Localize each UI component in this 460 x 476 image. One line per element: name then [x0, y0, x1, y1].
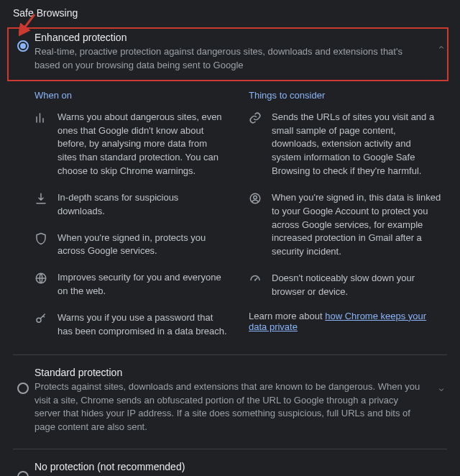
chevron-down-icon[interactable] — [437, 385, 446, 396]
option-enhanced-protection[interactable]: Enhanced protection Real-time, proactive… — [0, 26, 460, 83]
consider-header: Things to consider — [249, 90, 441, 101]
feature-text: Warns you about dangerous sites, even on… — [58, 111, 227, 178]
feature-row: Doesn't noticeably slow down your browse… — [249, 272, 441, 299]
download-icon — [34, 192, 47, 205]
feature-text: Sends the URLs of sites you visit and a … — [272, 111, 441, 178]
when-on-header: When on — [34, 90, 227, 101]
radio-no-protection[interactable] — [17, 471, 29, 476]
when-on-column: When on Warns you about dangerous sites,… — [34, 90, 227, 339]
svg-point-5 — [254, 280, 256, 281]
feature-text: Warns you if you use a password that has… — [58, 311, 227, 339]
feature-row: In-depth scans for suspicious downloads. — [34, 191, 227, 219]
feature-row: When you're signed in, protects you acro… — [34, 232, 227, 259]
feature-row: Warns you about dangerous sites, even on… — [34, 111, 227, 178]
feature-text: In-depth scans for suspicious downloads. — [58, 191, 227, 219]
feature-text: Doesn't noticeably slow down your browse… — [272, 272, 441, 299]
option-standard-protection[interactable]: Standard protection Protects against sit… — [0, 355, 460, 446]
feature-text: Improves security for you and everyone o… — [58, 271, 227, 298]
option-title: Enhanced protection — [34, 32, 428, 43]
feature-row: When you're signed in, this data is link… — [249, 191, 441, 259]
option-title: No protection (not recommended) — [34, 461, 428, 472]
radio-standard[interactable] — [17, 383, 29, 394]
option-description: Real-time, proactive protection against … — [34, 45, 428, 73]
learn-more-prefix: Learn more about — [249, 311, 325, 321]
key-icon — [34, 312, 47, 325]
learn-more-text: Learn more about how Chrome keeps your d… — [249, 311, 441, 332]
enhanced-details: When on Warns you about dangerous sites,… — [0, 83, 460, 352]
account-icon — [249, 192, 262, 205]
feature-row: Warns you if you use a password that has… — [34, 311, 227, 339]
chevron-up-icon[interactable] — [437, 43, 446, 54]
svg-point-4 — [254, 196, 257, 199]
option-title: Standard protection — [34, 367, 428, 378]
shield-icon — [34, 232, 47, 245]
section-title: Safe Browsing — [0, 0, 460, 26]
option-no-protection[interactable]: No protection (not recommended) Does not… — [0, 449, 460, 476]
link-icon — [249, 111, 262, 124]
option-description: Protects against sites, downloads and ex… — [34, 380, 428, 434]
feature-row: Sends the URLs of sites you visit and a … — [249, 111, 441, 178]
feature-text: When you're signed in, protects you acro… — [58, 232, 227, 259]
globe-icon — [34, 272, 47, 285]
feature-text: When you're signed in, this data is link… — [272, 191, 441, 259]
feature-row: Improves security for you and everyone o… — [34, 271, 227, 298]
speed-icon — [249, 273, 262, 285]
bar-chart-icon — [34, 111, 47, 124]
radio-enhanced[interactable] — [17, 40, 29, 52]
consider-column: Things to consider Sends the URLs of sit… — [249, 90, 441, 339]
